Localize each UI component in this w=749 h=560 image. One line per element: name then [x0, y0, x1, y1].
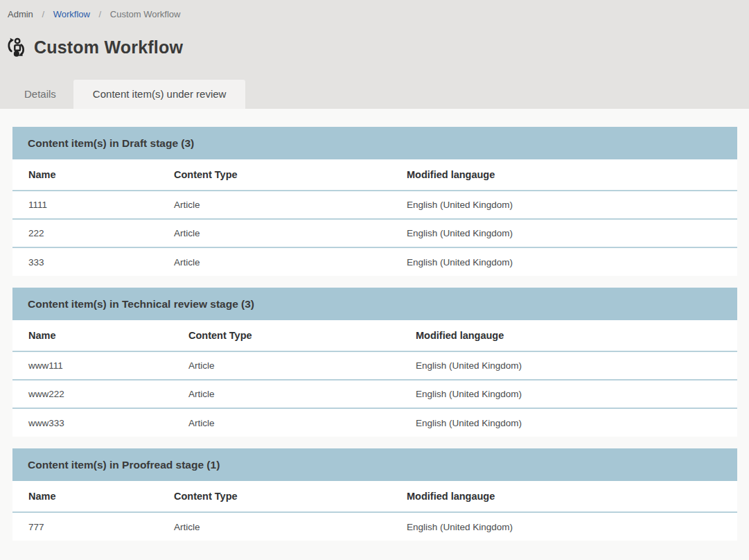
column-header-name: Name: [12, 159, 174, 191]
cell-modified-language: English (United Kingdom): [407, 247, 737, 276]
column-header-content-type: Content Type: [174, 159, 407, 191]
cell-modified-language: English (United Kingdom): [407, 512, 737, 541]
stage-band: Content item(s) in Draft stage (3): [12, 127, 737, 159]
stage-section-draft: Content item(s) in Draft stage (3) Name …: [12, 127, 737, 276]
cell-name: www111: [12, 351, 188, 380]
cell-content-type: Article: [174, 512, 407, 541]
cell-content-type: Article: [188, 380, 416, 408]
cell-modified-language: English (United Kingdom): [407, 219, 737, 247]
stage-table: Name Content Type Modified langauge 777 …: [12, 481, 737, 541]
cell-name: 222: [12, 219, 174, 247]
column-header-content-type: Content Type: [188, 320, 416, 351]
column-header-modified-language: Modified langauge: [407, 481, 737, 512]
workflow-icon: [6, 37, 26, 58]
column-header-name: Name: [12, 320, 188, 351]
cell-name: 1111: [12, 191, 174, 219]
tab-content-items-under-review[interactable]: Content item(s) under review: [73, 80, 246, 109]
stage-title: Content item(s) in Proofread stage (1): [28, 459, 220, 471]
cell-modified-language: English (United Kingdom): [416, 408, 737, 437]
breadcrumb-separator: /: [42, 9, 44, 19]
page-header: Admin / Workflow / Custom Workflow Custo…: [0, 0, 749, 109]
content-area: Content item(s) in Draft stage (3) Name …: [0, 109, 749, 560]
cell-name: 333: [12, 247, 174, 276]
tab-details[interactable]: Details: [7, 80, 73, 109]
stage-table: Name Content Type Modified langauge www1…: [12, 320, 737, 437]
column-header-modified-language: Modified langauge: [407, 159, 737, 191]
stage-table: Name Content Type Modified langauge 1111…: [12, 159, 737, 276]
page-title: Custom Workflow: [34, 37, 183, 58]
breadcrumb-item-current: Custom Workflow: [110, 9, 181, 19]
cell-modified-language: English (United Kingdom): [416, 380, 737, 408]
tab-bar: Details Content item(s) under review: [7, 80, 245, 109]
table-row: 222 Article English (United Kingdom): [12, 219, 737, 247]
table-header-row: Name Content Type Modified langauge: [12, 320, 737, 351]
cell-content-type: Article: [188, 351, 416, 380]
stage-band: Content item(s) in Proofread stage (1): [12, 448, 737, 481]
cell-modified-language: English (United Kingdom): [416, 351, 737, 380]
stage-title: Content item(s) in Draft stage (3): [28, 137, 194, 149]
breadcrumb-item-workflow[interactable]: Workflow: [53, 9, 90, 19]
table-row: www333 Article English (United Kingdom): [12, 408, 737, 437]
column-header-name: Name: [12, 481, 174, 512]
table-row: 777 Article English (United Kingdom): [12, 512, 737, 541]
table-header-row: Name Content Type Modified langauge: [12, 481, 737, 512]
cell-content-type: Article: [174, 191, 407, 219]
cell-name: 777: [12, 512, 174, 541]
table-row: 1111 Article English (United Kingdom): [12, 191, 737, 219]
table-row: 333 Article English (United Kingdom): [12, 247, 737, 276]
stage-section-proofread: Content item(s) in Proofread stage (1) N…: [12, 448, 737, 541]
breadcrumb-separator: /: [99, 9, 102, 19]
table-header-row: Name Content Type Modified langauge: [12, 159, 737, 191]
breadcrumb-item-admin[interactable]: Admin: [8, 9, 33, 19]
breadcrumb: Admin / Workflow / Custom Workflow: [0, 0, 749, 19]
stage-band: Content item(s) in Technical review stag…: [12, 288, 737, 320]
cell-content-type: Article: [188, 408, 416, 437]
table-row: www111 Article English (United Kingdom): [12, 351, 737, 380]
cell-content-type: Article: [174, 247, 407, 276]
table-row: www222 Article English (United Kingdom): [12, 380, 737, 408]
stage-title: Content item(s) in Technical review stag…: [28, 298, 254, 310]
cell-name: www222: [12, 380, 188, 408]
cell-content-type: Article: [174, 219, 407, 247]
cell-name: www333: [12, 408, 188, 437]
page-title-row: Custom Workflow: [6, 37, 749, 58]
cell-modified-language: English (United Kingdom): [407, 191, 737, 219]
column-header-modified-language: Modified langauge: [416, 320, 737, 351]
column-header-content-type: Content Type: [174, 481, 407, 512]
stage-section-technical-review: Content item(s) in Technical review stag…: [12, 288, 737, 437]
